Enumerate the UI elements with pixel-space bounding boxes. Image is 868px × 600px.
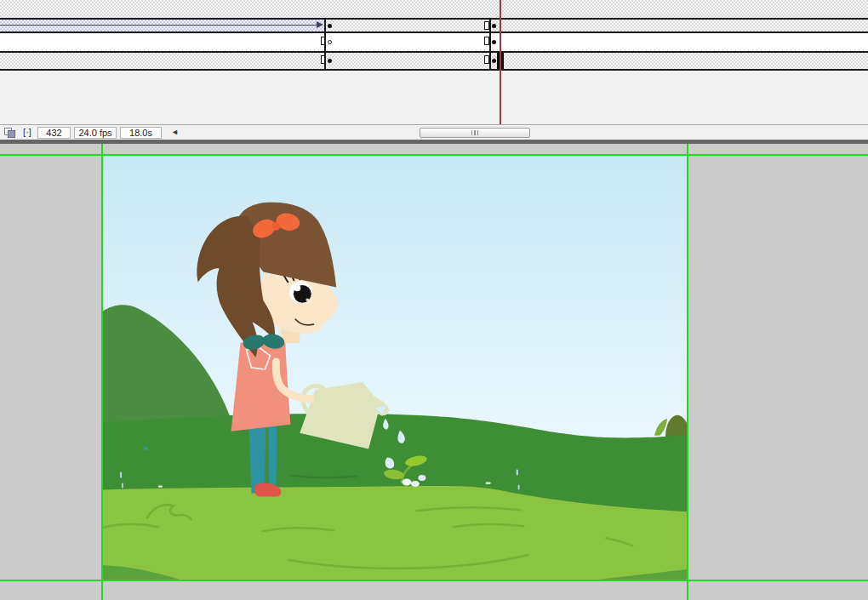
layer1-tween-span[interactable] <box>0 20 324 31</box>
scene-artwork <box>102 155 687 580</box>
keyframe-dot[interactable] <box>328 24 332 28</box>
layer1-frames[interactable] <box>326 20 868 31</box>
layer2-frames[interactable] <box>0 33 868 51</box>
center-frame-icon[interactable]: [·] <box>21 127 33 138</box>
timeline-empty-row[interactable] <box>0 0 868 18</box>
vertical-guide-right[interactable] <box>687 144 688 600</box>
onion-skin-icon[interactable] <box>4 128 16 139</box>
vertical-guide-left[interactable] <box>101 144 103 600</box>
tween-arrow-shaft <box>0 25 318 26</box>
span-divider <box>489 18 491 70</box>
scrollbar-grip-icon <box>471 130 479 135</box>
scroll-left-arrow[interactable]: ◄ <box>171 127 179 138</box>
stage-canvas[interactable] <box>102 155 687 580</box>
layer3-frames[interactable] <box>0 53 868 69</box>
application-window: [·] 432 24.0 fps 18.0s ◄ <box>0 0 868 600</box>
row-border <box>0 69 868 71</box>
timeline-status-bar: [·] 432 24.0 fps 18.0s ◄ <box>0 124 868 139</box>
frame-rate-field[interactable]: 24.0 fps <box>74 127 117 139</box>
timeline-scrollbar-thumb[interactable] <box>420 128 530 138</box>
current-frame-field[interactable]: 432 <box>37 127 71 139</box>
playhead[interactable] <box>500 0 501 124</box>
span-divider <box>324 18 326 70</box>
keyframe-dot[interactable] <box>492 24 496 28</box>
keyframe-dot[interactable] <box>492 40 496 44</box>
back-leg <box>268 426 277 491</box>
empty-keyframe-circle[interactable] <box>328 40 332 44</box>
keyframe-dot[interactable] <box>492 59 496 63</box>
keyframe-dot[interactable] <box>328 59 332 63</box>
horizontal-guide-bottom[interactable] <box>0 580 868 581</box>
tween-arrowhead-icon <box>317 21 323 28</box>
elapsed-time-field[interactable]: 18.0s <box>120 127 162 139</box>
timeline-frames-panel[interactable] <box>0 0 868 124</box>
horizontal-guide-top[interactable] <box>0 154 868 156</box>
